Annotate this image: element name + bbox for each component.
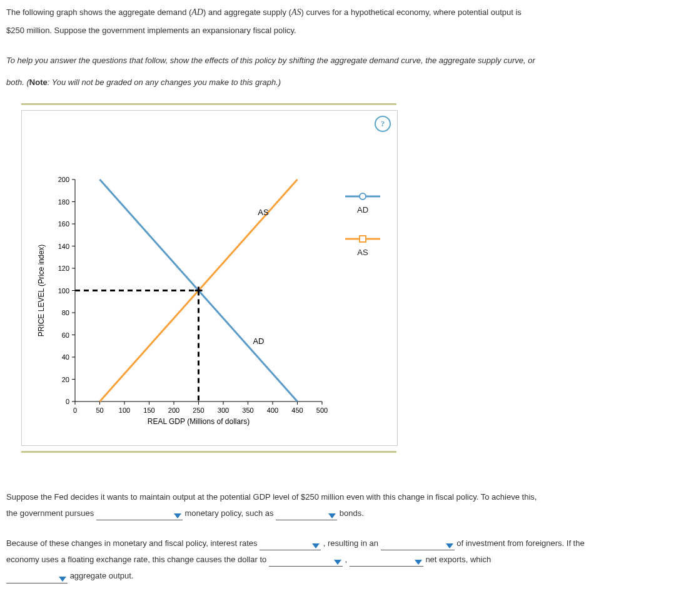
- svg-text:80: 80: [62, 309, 69, 316]
- svg-text:100: 100: [58, 287, 69, 295]
- caret-icon: [334, 560, 341, 565]
- dropdown-investment-flow[interactable]: [381, 540, 455, 550]
- instr-line-1: To help you answer the questions that fo…: [6, 54, 680, 68]
- svg-rect-57: [360, 236, 366, 242]
- svg-text:300: 300: [218, 406, 229, 414]
- svg-text:180: 180: [58, 198, 69, 206]
- svg-text:200: 200: [168, 406, 179, 414]
- legend-item-as[interactable]: AS: [338, 235, 388, 260]
- svg-text:160: 160: [58, 220, 69, 228]
- legend: ADAS: [338, 192, 388, 277]
- svg-text:140: 140: [58, 243, 69, 250]
- svg-text:50: 50: [96, 406, 103, 414]
- svg-text:350: 350: [242, 406, 253, 414]
- dropdown-bonds-action[interactable]: [276, 510, 337, 520]
- instr-line-2: both. (Note: You will not be graded on a…: [6, 76, 680, 89]
- dropdown-aggregate-output[interactable]: [6, 573, 68, 583]
- q-line-5: aggregate output.: [6, 569, 680, 583]
- legend-label: AS: [338, 246, 388, 260]
- caret-icon: [174, 513, 181, 518]
- svg-text:100: 100: [119, 406, 130, 414]
- graph-block: ? 05010015020025030035040045050002040608…: [21, 103, 680, 453]
- graph-frame[interactable]: ? 05010015020025030035040045050002040608…: [21, 110, 398, 446]
- svg-text:250: 250: [193, 406, 204, 414]
- instructions-text: To help you answer the questions that fo…: [6, 54, 680, 89]
- svg-text:AD: AD: [253, 336, 264, 346]
- legend-item-ad[interactable]: AD: [338, 192, 388, 217]
- intro-text: The following graph shows the aggregate …: [6, 5, 680, 38]
- question-block: Suppose the Fed decides it wants to main…: [6, 490, 680, 583]
- q-line-2: the government pursues monetary policy, …: [6, 507, 680, 520]
- svg-text:AS: AS: [258, 208, 269, 217]
- svg-text:500: 500: [316, 406, 328, 414]
- svg-text:60: 60: [62, 331, 69, 339]
- caret-icon: [328, 513, 336, 518]
- svg-text:0: 0: [66, 398, 69, 405]
- svg-text:150: 150: [143, 406, 154, 414]
- caret-icon: [446, 543, 453, 548]
- svg-text:0: 0: [73, 406, 77, 414]
- dropdown-monetary-policy-type[interactable]: [96, 510, 183, 520]
- caret-icon: [59, 577, 66, 582]
- chart-svg[interactable]: 0501001502002503003504004505000204060801…: [22, 111, 397, 445]
- svg-text:200: 200: [58, 176, 69, 183]
- q-line-4: economy uses a floating exchange rate, t…: [6, 553, 680, 567]
- dropdown-dollar[interactable]: [269, 556, 343, 567]
- dropdown-interest-rates[interactable]: [260, 540, 321, 550]
- svg-text:40: 40: [62, 353, 69, 361]
- legend-label: AD: [338, 203, 388, 217]
- divider-top: [21, 103, 396, 105]
- divider-bottom: [21, 451, 396, 453]
- dropdown-net-exports[interactable]: [350, 556, 423, 567]
- caret-icon: [312, 543, 320, 548]
- intro-line-1: The following graph shows the aggregate …: [6, 5, 680, 20]
- q-line-1: Suppose the Fed decides it wants to main…: [6, 490, 680, 504]
- svg-text:20: 20: [62, 376, 69, 383]
- svg-text:120: 120: [58, 265, 69, 272]
- svg-text:450: 450: [291, 406, 303, 414]
- intro-line-2: $250 million. Suppose the government imp…: [6, 24, 680, 38]
- svg-text:REAL GDP (Millions of dollars): REAL GDP (Millions of dollars): [148, 417, 250, 426]
- q-line-3: Because of these changes in monetary and…: [6, 537, 680, 550]
- svg-point-55: [360, 193, 366, 199]
- svg-text:400: 400: [267, 406, 278, 414]
- svg-text:PRICE LEVEL (Price index): PRICE LEVEL (Price index): [37, 245, 46, 337]
- caret-icon: [415, 560, 422, 565]
